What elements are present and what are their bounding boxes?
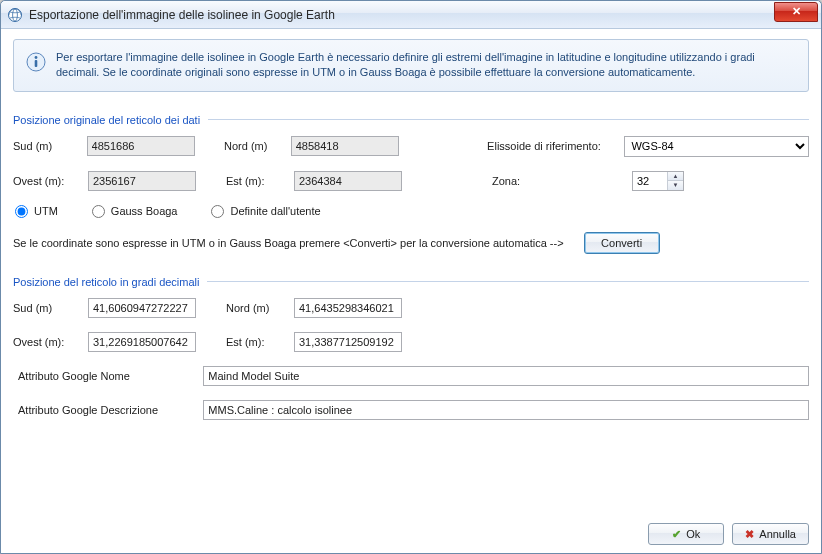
row-convert-hint: Se le coordinate sono espresse in UTM o …	[13, 232, 809, 254]
input-orig-nord[interactable]	[291, 136, 399, 156]
label-dec-nord: Nord (m)	[226, 302, 294, 314]
ok-icon: ✔	[672, 528, 681, 541]
dialog-window: Esportazione dell'immagine delle isoline…	[0, 0, 822, 554]
section-original-grid: Posizione originale del reticolo dei dat…	[13, 114, 809, 126]
label-dec-sud: Sud (m)	[13, 302, 88, 314]
input-attr-nome[interactable]	[203, 366, 809, 386]
row-sud-nord: Sud (m) Nord (m) Elissoide di riferiment…	[13, 136, 809, 157]
radio-gauss-label: Gauss Boaga	[111, 205, 178, 217]
label-dec-ovest: Ovest (m):	[13, 336, 88, 348]
row-dec-ovest-est: Ovest (m): Est (m):	[13, 332, 809, 352]
label-dec-est: Est (m):	[226, 336, 294, 348]
input-orig-est[interactable]	[294, 171, 402, 191]
input-orig-sud[interactable]	[87, 136, 195, 156]
radio-user-input[interactable]	[211, 205, 224, 218]
label-ellissoide: Elissoide di riferimento:	[482, 140, 624, 152]
input-attr-descr[interactable]	[203, 400, 809, 420]
input-orig-ovest[interactable]	[88, 171, 196, 191]
spinner-up-icon[interactable]: ▲	[668, 172, 683, 182]
section-decimal-grid: Posizione del reticolo in gradi decimali	[13, 276, 809, 288]
radio-utm-label: UTM	[34, 205, 58, 217]
input-dec-est[interactable]	[294, 332, 402, 352]
info-icon	[26, 52, 46, 72]
input-dec-nord[interactable]	[294, 298, 402, 318]
radio-user-label: Definite dall'utente	[230, 205, 320, 217]
radio-user[interactable]: Definite dall'utente	[211, 205, 320, 218]
row-ovest-est: Ovest (m): Est (m): Zona: ▲ ▼	[13, 171, 809, 191]
label-attr-nome: Attributo Google Nome	[13, 370, 203, 382]
label-attr-descr: Attributo Google Descrizione	[13, 404, 203, 416]
row-dec-sud-nord: Sud (m) Nord (m)	[13, 298, 809, 318]
input-dec-ovest[interactable]	[88, 332, 196, 352]
section-label: Posizione originale del reticolo dei dat…	[13, 114, 200, 126]
row-attr-nome: Attributo Google Nome	[13, 366, 809, 386]
spinner-down-icon[interactable]: ▼	[668, 181, 683, 190]
label-zona: Zona:	[487, 175, 632, 187]
radio-utm[interactable]: UTM	[15, 205, 58, 218]
section-divider	[207, 281, 809, 282]
cancel-button[interactable]: ✖ Annulla	[732, 523, 809, 545]
section-divider	[208, 119, 809, 120]
radio-gauss-input[interactable]	[92, 205, 105, 218]
convert-button-label: Converti	[601, 237, 642, 249]
close-button[interactable]: ✕	[774, 2, 818, 22]
close-icon: ✕	[792, 6, 801, 17]
svg-rect-4	[35, 60, 38, 67]
titlebar: Esportazione dell'immagine delle isoline…	[1, 1, 821, 29]
label-est: Est (m):	[226, 175, 294, 187]
label-nord: Nord (m)	[224, 140, 291, 152]
section-label: Posizione del reticolo in gradi decimali	[13, 276, 199, 288]
input-dec-sud[interactable]	[88, 298, 196, 318]
svg-point-3	[35, 56, 38, 59]
input-zona[interactable]	[633, 172, 667, 190]
label-ovest: Ovest (m):	[13, 175, 88, 187]
cancel-icon: ✖	[745, 528, 754, 541]
select-ellissoide[interactable]: WGS-84	[624, 136, 809, 157]
ok-button[interactable]: ✔ Ok	[648, 523, 724, 545]
app-icon	[7, 7, 23, 23]
cancel-button-label: Annulla	[759, 528, 796, 540]
convert-button[interactable]: Converti	[584, 232, 660, 254]
radio-utm-input[interactable]	[15, 205, 28, 218]
window-title: Esportazione dell'immagine delle isoline…	[29, 8, 774, 22]
info-banner: Per esportare l'immagine delle isolinee …	[13, 39, 809, 92]
radio-gauss[interactable]: Gauss Boaga	[92, 205, 178, 218]
radio-coord-system: UTM Gauss Boaga Definite dall'utente	[13, 205, 809, 218]
info-text: Per esportare l'immagine delle isolinee …	[56, 50, 796, 81]
convert-hint-text: Se le coordinate sono espresse in UTM o …	[13, 237, 564, 249]
spinner-arrows: ▲ ▼	[667, 172, 683, 190]
row-attr-descr: Attributo Google Descrizione	[13, 400, 809, 420]
content-area: Per esportare l'immagine delle isolinee …	[1, 29, 821, 444]
ok-button-label: Ok	[686, 528, 700, 540]
spinner-zona[interactable]: ▲ ▼	[632, 171, 684, 191]
label-sud: Sud (m)	[13, 140, 87, 152]
dialog-footer: ✔ Ok ✖ Annulla	[648, 523, 809, 545]
